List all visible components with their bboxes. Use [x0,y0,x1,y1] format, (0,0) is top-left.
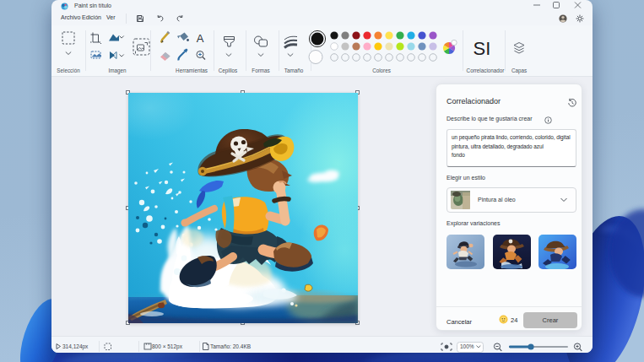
svg-text:Selección: Selección [57,68,80,73]
svg-text:SI: SI [474,38,491,59]
svg-text:A: A [197,32,204,45]
svg-text:Tamaño: 20.4KB: Tamaño: 20.4KB [210,343,251,349]
svg-text:314,124px: 314,124px [62,343,89,350]
svg-text:Herramientas: Herramientas [176,68,208,73]
svg-text:Imagen: Imagen [108,68,127,74]
svg-text:Capas: Capas [511,68,527,74]
svg-text:100%: 100% [460,343,474,349]
svg-text:Cepillos: Cepillos [219,68,237,74]
svg-text:Formas: Formas [252,68,269,73]
svg-text:Tamaño: Tamaño [284,68,304,73]
svg-text:Correlacionador: Correlacionador [467,68,505,73]
svg-text:800 × 512px: 800 × 512px [152,343,183,350]
svg-text:Colores: Colores [372,68,391,73]
